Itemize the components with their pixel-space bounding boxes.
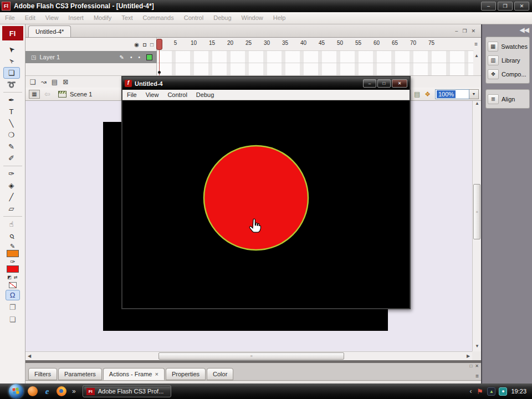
player-menu-view[interactable]: View [141,91,163,98]
back-arrow-icon[interactable]: ⇦ [44,90,50,98]
tab-parameters[interactable]: Parameters [58,368,102,380]
frame-ruler[interactable]: 51015202530354045505560657075 [157,40,473,51]
snap-magnet-option[interactable]: Ω [6,290,20,300]
lock-layers-icon[interactable]: ◘ [143,42,146,48]
edit-scene-icon[interactable]: ▤ [414,90,420,98]
doc-minimize-button[interactable]: – [455,28,458,34]
smooth-option[interactable]: ❐ [6,302,20,313]
player-maximize-button[interactable]: □ [377,79,391,88]
tray-a-icon[interactable]: ▲ [487,387,495,396]
panel-components[interactable]: ❖Compo... [488,67,528,81]
tab-color[interactable]: Color [207,368,233,380]
player-menu-file[interactable]: File [122,91,141,98]
zoom-value[interactable]: 100% [437,90,456,98]
panel-collapse-box-icon[interactable]: □ [469,364,472,369]
black-white-colors-icon[interactable]: ◩ [7,275,12,280]
doc-close-button[interactable]: ✕ [471,28,475,34]
zoom-combobox[interactable]: 100% ▼ [435,89,479,99]
show-hide-layers-icon[interactable]: ◉ [134,42,139,48]
scroll-left-arrow[interactable]: ◀ [25,352,33,361]
hand-tool[interactable]: ☝ [3,218,20,230]
tray-media-icon[interactable]: ● [499,387,507,396]
free-transform-tool[interactable]: ❏ [3,67,20,79]
menu-insert[interactable]: Insert [63,12,89,24]
lasso-tool[interactable]: ➰ [3,79,20,90]
menu-edit[interactable]: Edit [20,12,40,24]
swap-colors-icon[interactable]: ⇄ [14,275,18,280]
menu-control[interactable]: Control [179,12,208,24]
taskbar-flash-button[interactable]: Fl Adobe Flash CS3 Prof... [83,385,171,397]
tray-flag-icon[interactable]: ⚑ [475,387,484,396]
fill-color-control[interactable]: ✑ [7,258,19,273]
quicklaunch-hand-icon[interactable] [28,386,38,396]
playhead-marker[interactable] [156,39,162,50]
app-restore-button[interactable]: ❐ [498,2,513,11]
pen-tool[interactable]: ✒ [3,94,20,106]
doc-restore-button[interactable]: ❐ [462,28,467,34]
eraser-tool[interactable]: ▱ [3,203,20,214]
panel-menu-icon[interactable]: ≡ [475,373,479,379]
layer-lock-dot[interactable]: • [138,54,140,60]
oval-tool[interactable]: ❍ [3,129,20,141]
layer-visible-dot[interactable]: • [130,54,132,60]
vertical-scrollbar[interactable]: ▲ ≡ ▼ [472,101,481,351]
tab-close-icon[interactable]: × [155,369,158,380]
scroll-down-arrow[interactable]: ▼ [473,344,482,351]
ink-bottle-tool[interactable]: ✑ [3,168,20,180]
insert-layer-button[interactable]: ❑ [30,78,36,86]
player-menu-debug[interactable]: Debug [192,91,218,98]
vertical-scroll-thumb[interactable]: ≡ [473,184,480,239]
panel-align[interactable]: ≣Align [488,92,528,106]
player-minimize-button[interactable]: – [363,79,376,88]
tab-actions-frame[interactable]: Actions - Frame× [103,368,165,380]
straighten-option[interactable]: ❏ [6,314,20,325]
selection-tool[interactable]: ➤ [3,44,20,55]
pencil-tool[interactable]: ✎ [3,141,20,152]
no-color-button[interactable] [9,282,17,288]
scroll-up-arrow[interactable]: ▲ [473,101,482,109]
eyedropper-tool[interactable]: ╱ [3,191,20,203]
stroke-color-control[interactable]: ✎ [7,243,19,257]
text-tool[interactable]: T [3,106,20,117]
quicklaunch-ie-icon[interactable]: e [42,386,52,396]
outline-layers-icon[interactable]: □ [150,42,154,48]
panel-close-icon[interactable]: ✕ [475,364,479,369]
zoom-value-field[interactable]: 100% [435,89,469,99]
line-tool[interactable]: ╲ [3,117,20,129]
dock-collapse-icon[interactable]: ◀◀ [520,26,529,34]
menu-file[interactable]: File [0,12,20,24]
app-close-button[interactable]: ✕ [514,2,529,11]
player-titlebar[interactable]: f Untitled-4 – □ ✕ [122,77,410,90]
delete-layer-button[interactable]: ⊠ [63,78,68,86]
panel-swatches[interactable]: ▦Swatches [488,39,528,53]
fill-color-swatch[interactable] [7,265,19,273]
stroke-color-swatch[interactable] [7,250,19,257]
player-menu-control[interactable]: Control [163,91,191,98]
edit-symbols-icon[interactable]: ❖ [424,90,431,98]
menu-modify[interactable]: Modify [89,12,116,24]
zoom-dropdown-button[interactable]: ▼ [469,89,479,99]
player-close-button[interactable]: ✕ [392,79,407,88]
menu-window[interactable]: Window [237,12,268,24]
zoom-tool[interactable]: ϙ [3,230,20,242]
scroll-right-arrow[interactable]: ▶ [464,352,472,361]
menu-debug[interactable]: Debug [208,12,236,24]
panel-library[interactable]: ▥Library [488,53,528,67]
layer-name[interactable]: Layer 1 [39,54,60,60]
menu-view[interactable]: View [40,12,64,24]
tray-chevron-icon[interactable]: ‹ [469,387,472,395]
quicklaunch-overflow-chevron[interactable]: » [72,387,76,395]
horizontal-scroll-thumb[interactable]: ≡ [158,352,344,360]
paint-bucket-tool[interactable]: ◈ [3,180,20,191]
quicklaunch-firefox-icon[interactable] [57,386,66,396]
menu-text[interactable]: Text [116,12,137,24]
menu-commands[interactable]: Commands [137,12,178,24]
subselection-tool[interactable]: ➢ [3,55,20,67]
timeline-scroll-up-icon[interactable]: ▲ [474,53,479,58]
player-stage[interactable] [122,100,410,308]
layer-row[interactable]: ◳ Layer 1 ✎ • • [25,51,157,63]
insert-layer-folder-button[interactable]: ▤ [52,78,58,86]
brush-tool[interactable]: ✐ [3,152,20,164]
horizontal-scrollbar[interactable]: ◀ ≡ ▶ [25,351,472,360]
app-minimize-button[interactable]: – [481,2,496,11]
